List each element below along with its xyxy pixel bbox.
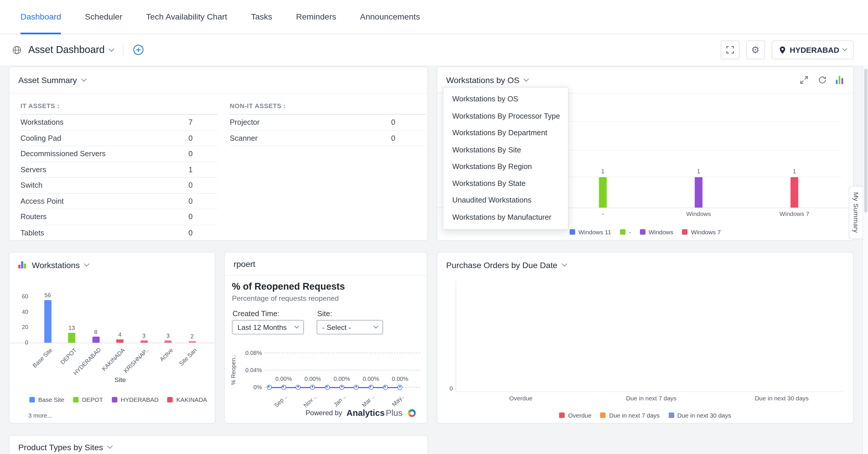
asset-row[interactable]: Tablets 0 (21, 225, 218, 241)
asset-row[interactable]: Access Point 0 (21, 193, 218, 209)
po-categories: OverdueDue in next 7 daysDue in next 30 … (456, 395, 847, 401)
bar-value: 13 (63, 324, 80, 331)
nav-tab[interactable]: Reminders (296, 0, 336, 34)
menu-item[interactable]: Workstations By Department (443, 125, 568, 142)
menu-item[interactable]: Workstations By Processor Type (443, 108, 568, 125)
menu-item[interactable]: Workstations By Site (443, 141, 568, 158)
dashboard-title-dropdown[interactable]: Asset Dashboard (28, 44, 114, 56)
ws-legend: Base Site DEPOT HYDERABAD KAKINADA (29, 396, 207, 403)
chevron-down-icon[interactable] (524, 76, 529, 82)
y-tick: 40 (14, 308, 28, 315)
settings-button[interactable]: ⚙ (746, 40, 765, 59)
ws-chart-plot: 020406056Base Site13DEPOT8HYDERABAD4KAKI… (9, 278, 215, 343)
y-axis-title: % Reopen.. (230, 337, 238, 403)
legend-item[interactable]: Due in next 7 days (600, 412, 660, 419)
po-legend: Overdue Due in next 7 days Due in next 3… (437, 412, 853, 419)
menu-item[interactable]: Unaudited Workstations (443, 192, 568, 209)
asset-label: Access Point (21, 197, 63, 206)
asset-value: 7 (188, 118, 192, 126)
my-summary-tab[interactable]: My Summary (848, 186, 863, 239)
fullscreen-button[interactable] (721, 40, 740, 59)
legend-item[interactable]: DEPOT (73, 396, 103, 403)
menu-item[interactable]: Workstations by Manufacturer (443, 209, 568, 226)
legend-item[interactable]: Due in next 30 days (669, 412, 731, 419)
globe-icon (12, 45, 22, 55)
site-label: Site: (317, 309, 332, 318)
data-point-marker (325, 385, 330, 390)
line-series (267, 387, 400, 388)
legend-label: Windows (649, 229, 674, 236)
reopened-requests-card: rpoert % of Reopened Requests Percentage… (224, 252, 427, 424)
brand-name-light: Plus (386, 408, 402, 417)
chevron-down-icon[interactable] (562, 261, 567, 266)
legend-item[interactable]: KAKINADA (167, 396, 207, 403)
asset-row[interactable]: Switch 0 (21, 178, 218, 193)
chevron-down-icon[interactable] (84, 261, 89, 266)
dashboard-header-bar: Asset Dashboard ⚙ HYDERABAD (0, 34, 868, 65)
asset-value: 1 (188, 165, 192, 174)
asset-label: Scanner (230, 134, 258, 142)
nav-tab[interactable]: Tasks (251, 0, 272, 34)
menu-item[interactable]: Workstations By Region (443, 158, 568, 175)
asset-value: 0 (188, 150, 192, 158)
add-dashboard-button[interactable] (133, 44, 144, 55)
x-axis-label: Due in next 30 days (716, 395, 847, 401)
widget-title: Purchase Orders by Due Date (446, 260, 558, 269)
legend-label: - (629, 229, 631, 236)
legend-item[interactable]: Base Site (29, 396, 64, 403)
site-selector[interactable]: HYDERABAD (771, 40, 854, 59)
asset-summary-card: Asset Summary IT ASSETS : Workstations 7… (9, 66, 428, 241)
legend-swatch (112, 397, 117, 402)
legend-item[interactable]: Overdue (559, 412, 592, 419)
bar-chart-icon (18, 261, 26, 268)
nav-tab[interactable]: Dashboard (21, 0, 61, 34)
menu-item[interactable]: Workstations By State (443, 175, 568, 192)
asset-row[interactable]: Workstations 7 (21, 115, 218, 130)
legend-item[interactable]: HYDERABAD (112, 396, 159, 403)
legend-item[interactable]: Windows 11 (569, 229, 611, 236)
nav-tab[interactable]: Announcements (360, 0, 420, 34)
legend-item[interactable]: - (620, 229, 631, 236)
asset-row[interactable]: Servers 1 (21, 162, 218, 178)
chevron-down-icon[interactable] (81, 76, 87, 82)
asset-row[interactable]: Scanner 0 (230, 130, 426, 146)
legend-label: HYDERABAD (121, 396, 158, 403)
nav-tab[interactable]: Scheduler (85, 0, 122, 34)
asset-value: 0 (391, 118, 395, 126)
vertical-scrollbar[interactable] (863, 65, 868, 454)
site-select[interactable]: - Select - (317, 320, 383, 334)
menu-item[interactable]: Workstations by OS (443, 91, 568, 108)
legend-item[interactable]: Windows 7 (682, 229, 721, 236)
chart-type-icon[interactable] (836, 76, 843, 84)
widget-title: rpoert (234, 259, 255, 268)
it-assets-column: IT ASSETS : Workstations 7 Cooling Pad 0… (21, 102, 218, 241)
x-axis-label: Windows (665, 210, 732, 217)
expand-icon[interactable] (799, 75, 808, 85)
scrollbar-thumb[interactable] (864, 69, 867, 213)
data-point-marker (383, 385, 388, 390)
asset-row[interactable]: Cooling Pad 0 (21, 130, 218, 146)
nav-tab[interactable]: Tech Availability Chart (146, 0, 227, 34)
bar (599, 177, 607, 208)
created-time-select[interactable]: Last 12 Months (232, 320, 304, 334)
created-time-label: Created Time: (232, 309, 279, 318)
bar (116, 340, 124, 343)
bar (44, 300, 51, 343)
workstations-by-os-card: Workstations by OS 1-1Windows1Windows 7 (437, 66, 854, 241)
asset-row[interactable]: Projector 0 (230, 115, 426, 130)
app-window: DashboardSchedulerTech Availability Char… (0, 0, 868, 454)
analytics-plus-logo-icon (408, 409, 416, 417)
legend-swatch (620, 229, 626, 235)
bar (92, 337, 99, 343)
data-point-marker (354, 385, 359, 390)
refresh-icon[interactable] (817, 75, 827, 85)
asset-row[interactable]: Routers 0 (21, 209, 218, 225)
legend-item[interactable]: Windows (640, 229, 673, 236)
asset-label: Workstations (21, 118, 63, 126)
asset-value: 0 (188, 197, 192, 206)
data-point-marker (369, 385, 373, 390)
asset-row[interactable]: Decommissioned Servers 0 (21, 146, 218, 162)
chevron-down-icon[interactable] (107, 443, 113, 449)
gear-icon: ⚙ (751, 45, 760, 55)
legend-more-link[interactable]: 3 more... (28, 412, 52, 419)
